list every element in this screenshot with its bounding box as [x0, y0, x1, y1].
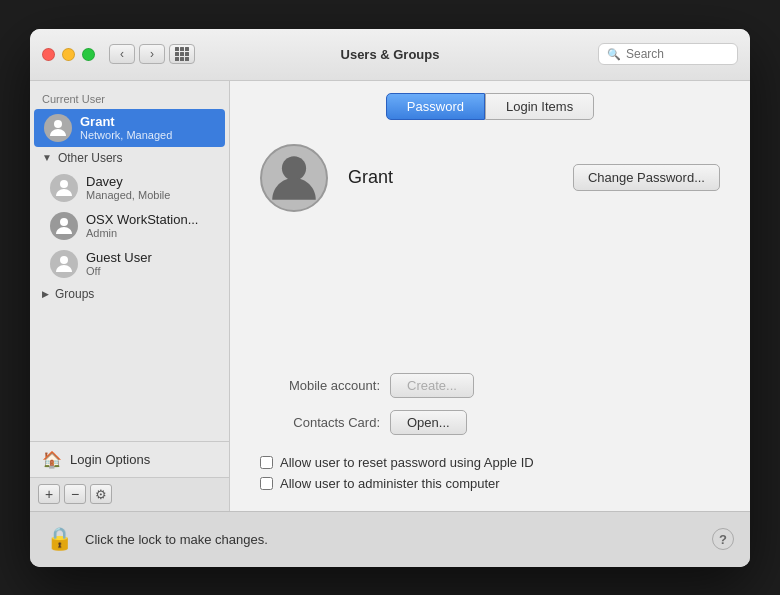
mobile-account-row: Mobile account: Create...: [260, 373, 720, 398]
apple-id-checkbox[interactable]: [260, 456, 273, 469]
grid-view-button[interactable]: [169, 44, 195, 64]
search-box[interactable]: 🔍: [598, 43, 738, 65]
create-button[interactable]: Create...: [390, 373, 474, 398]
house-icon: 🏠: [42, 450, 62, 469]
remove-user-button[interactable]: −: [64, 484, 86, 504]
selected-user-avatar: [44, 114, 72, 142]
search-icon: 🔍: [607, 48, 621, 61]
svg-point-3: [60, 256, 68, 264]
apple-id-checkbox-label: Allow user to reset password using Apple…: [280, 455, 534, 470]
help-button[interactable]: ?: [712, 528, 734, 550]
checkbox-row-1: Allow user to reset password using Apple…: [230, 455, 750, 470]
davey-avatar: [50, 174, 78, 202]
gear-button[interactable]: ⚙: [90, 484, 112, 504]
guest-avatar: [50, 250, 78, 278]
maximize-button[interactable]: [82, 48, 95, 61]
bottom-bar: 🔒 Click the lock to make changes. ?: [30, 511, 750, 567]
groups-arrow: ▶: [42, 289, 49, 299]
minimize-button[interactable]: [62, 48, 75, 61]
user-item-osx[interactable]: OSX WorkStation... Admin: [30, 207, 229, 245]
groups-label: Groups: [55, 287, 94, 301]
grid-icon: [175, 47, 189, 61]
other-users-label: Other Users: [58, 151, 123, 165]
svg-point-2: [60, 218, 68, 226]
mobile-account-label: Mobile account:: [260, 378, 380, 393]
contacts-card-label: Contacts Card:: [260, 415, 380, 430]
nav-buttons: ‹ ›: [109, 44, 165, 64]
user-item-davey[interactable]: Davey Managed, Mobile: [30, 169, 229, 207]
svg-point-1: [60, 180, 68, 188]
add-user-button[interactable]: +: [38, 484, 60, 504]
user-info-section: Grant Change Password...: [230, 120, 750, 228]
davey-name: Davey: [86, 174, 170, 189]
selected-user-subtitle: Network, Managed: [80, 129, 172, 141]
guest-subtitle: Off: [86, 265, 152, 277]
back-button[interactable]: ‹: [109, 44, 135, 64]
sidebar: Current User Grant Network, Managed ▼ Ot…: [30, 81, 230, 511]
contacts-card-row: Contacts Card: Open...: [260, 410, 720, 435]
form-section: Mobile account: Create... Contacts Card:…: [230, 363, 750, 445]
change-password-button[interactable]: Change Password...: [573, 164, 720, 191]
lock-text: Click the lock to make changes.: [85, 532, 700, 547]
guest-name: Guest User: [86, 250, 152, 265]
other-users-arrow: ▼: [42, 152, 52, 163]
osx-subtitle: Admin: [86, 227, 198, 239]
main-username: Grant: [348, 167, 553, 188]
admin-checkbox-label: Allow user to administer this computer: [280, 476, 500, 491]
close-button[interactable]: [42, 48, 55, 61]
login-options-label: Login Options: [70, 452, 150, 467]
content-area: Current User Grant Network, Managed ▼ Ot…: [30, 81, 750, 511]
forward-button[interactable]: ›: [139, 44, 165, 64]
traffic-lights: [42, 48, 95, 61]
admin-checkbox[interactable]: [260, 477, 273, 490]
svg-point-4: [282, 156, 306, 180]
osx-avatar: [50, 212, 78, 240]
tab-login-items[interactable]: Login Items: [485, 93, 594, 120]
main-window: ‹ › Users & Groups 🔍 Current User: [30, 29, 750, 567]
other-users-toggle[interactable]: ▼ Other Users: [30, 147, 229, 169]
login-options-button[interactable]: 🏠 Login Options: [30, 441, 229, 477]
groups-toggle[interactable]: ▶ Groups: [30, 283, 229, 305]
osx-name: OSX WorkStation...: [86, 212, 198, 227]
davey-info: Davey Managed, Mobile: [86, 174, 170, 201]
form-spacer: [230, 228, 750, 363]
tab-password[interactable]: Password: [386, 93, 485, 120]
titlebar: ‹ › Users & Groups 🔍: [30, 29, 750, 81]
davey-subtitle: Managed, Mobile: [86, 189, 170, 201]
window-title: Users & Groups: [341, 47, 440, 62]
selected-user-name: Grant: [80, 114, 172, 129]
osx-info: OSX WorkStation... Admin: [86, 212, 198, 239]
sidebar-toolbar: + − ⚙: [30, 477, 229, 511]
user-item-guest[interactable]: Guest User Off: [30, 245, 229, 283]
search-input[interactable]: [626, 47, 729, 61]
selected-user-item[interactable]: Grant Network, Managed: [34, 109, 225, 147]
main-panel: Password Login Items Grant Change Passwo…: [230, 81, 750, 511]
checkbox-row-2: Allow user to administer this computer: [230, 476, 750, 491]
selected-user-info: Grant Network, Managed: [80, 114, 172, 141]
lock-icon[interactable]: 🔒: [46, 526, 73, 552]
current-user-label: Current User: [30, 89, 229, 109]
open-button[interactable]: Open...: [390, 410, 467, 435]
main-user-avatar: [260, 144, 328, 212]
tab-bar: Password Login Items: [230, 81, 750, 120]
svg-point-0: [54, 120, 62, 128]
guest-info: Guest User Off: [86, 250, 152, 277]
